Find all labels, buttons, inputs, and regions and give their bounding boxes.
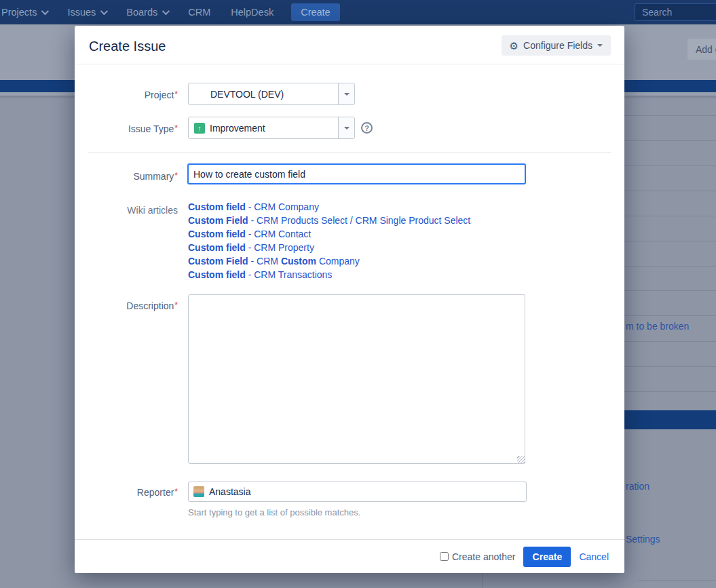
- row-divider: [638, 580, 716, 581]
- wiki-article-text: - CRM Transactions: [246, 269, 333, 280]
- nav-item-label: CRM: [188, 7, 210, 18]
- nav-item-issues[interactable]: Issues: [67, 7, 106, 18]
- chevron-down-icon: [344, 127, 350, 130]
- nav-items: ProjectsIssuesBoardsCRMHelpDesk: [0, 7, 274, 18]
- chevron-down-icon: [100, 7, 108, 15]
- wiki-article-bold-text: Custom Field: [188, 256, 248, 267]
- wiki-article-text: - CRM Contact: [246, 229, 311, 239]
- reporter-avatar: [193, 486, 204, 497]
- summary-input[interactable]: [187, 163, 526, 184]
- textarea-resize-grip[interactable]: [517, 456, 525, 463]
- wiki-article-bold-text: Custom field: [188, 269, 246, 280]
- nav-item-boards[interactable]: Boards: [126, 7, 168, 18]
- create-another-option[interactable]: Create another: [440, 551, 515, 562]
- create-another-checkbox[interactable]: [440, 552, 449, 561]
- wiki-article-link[interactable]: Custom field - CRM Contact: [188, 227, 527, 241]
- wiki-article-bold-text: Custom field: [188, 229, 246, 239]
- wiki-article-link[interactable]: Custom Field - CRM Products Select / CRM…: [188, 214, 527, 227]
- required-asterisk: *: [174, 487, 178, 496]
- section-divider: [88, 152, 611, 153]
- wiki-articles-list: Custom field - CRM CompanyCustom Field -…: [188, 200, 527, 281]
- issue-type-select-value: Improvement: [210, 123, 265, 134]
- page: Add g m to be broken ration Settings Pro…: [0, 0, 716, 588]
- chevron-down-icon: [597, 44, 603, 47]
- create-button[interactable]: Create: [523, 547, 571, 567]
- required-asterisk: *: [174, 90, 178, 99]
- wiki-article-text: - CRM: [248, 256, 281, 267]
- summary-label-text: Summary: [133, 171, 174, 182]
- wiki-article-link[interactable]: Custom field - CRM Company: [188, 200, 527, 214]
- issue-type-select-dropdown-button[interactable]: [338, 117, 354, 138]
- improvement-arrow-up-icon: ↑: [194, 123, 205, 134]
- reporter-label-text: Reporter: [137, 487, 174, 498]
- background-ration-link[interactable]: ration: [626, 481, 649, 492]
- wiki-article-text: - CRM Company: [246, 201, 319, 212]
- project-label: Project*: [75, 90, 178, 100]
- wiki-article-bold-text: Custom field: [188, 242, 246, 253]
- description-label-text: Description: [126, 300, 174, 311]
- dialog-header: Create Issue ⚙ Configure Fields: [75, 26, 624, 64]
- dialog-title: Create Issue: [89, 39, 166, 54]
- chevron-down-icon: [162, 7, 170, 15]
- help-icon[interactable]: ?: [361, 122, 373, 134]
- description-textarea[interactable]: [188, 294, 525, 464]
- top-navbar: ProjectsIssuesBoardsCRMHelpDesk Create: [0, 0, 716, 24]
- required-asterisk: *: [174, 123, 178, 133]
- nav-item-label: Boards: [126, 7, 157, 18]
- nav-item-projects[interactable]: Projects: [1, 7, 47, 18]
- project-select-value: DEVTOOL (DEV): [210, 89, 284, 100]
- configure-fields-button[interactable]: ⚙ Configure Fields: [502, 35, 611, 56]
- wiki-article-text: - CRM Property: [246, 242, 314, 253]
- search-input[interactable]: [635, 3, 716, 21]
- reporter-label: Reporter*: [75, 487, 178, 498]
- issue-type-label: Issue Type*: [75, 123, 178, 134]
- issue-type-select[interactable]: ↑ Improvement: [188, 117, 355, 139]
- add-gadget-button[interactable]: Add g: [687, 39, 716, 60]
- nav-item-helpdesk[interactable]: HelpDesk: [231, 7, 274, 18]
- project-label-text: Project: [145, 90, 174, 100]
- column-divider: [482, 573, 483, 588]
- wiki-article-link[interactable]: Custom field - CRM Property: [188, 241, 527, 254]
- cancel-link[interactable]: Cancel: [579, 551, 609, 562]
- nav-item-label: Projects: [1, 7, 37, 18]
- wiki-article-bold-text: Custom field: [188, 201, 246, 212]
- project-select-dropdown-button[interactable]: [338, 83, 354, 104]
- nav-create-button[interactable]: Create: [291, 3, 340, 21]
- wiki-article-bold-text: Custom Field: [188, 215, 248, 226]
- nav-item-label: HelpDesk: [231, 7, 274, 18]
- wiki-article-bold-text: Custom: [281, 256, 316, 267]
- create-another-label: Create another: [452, 551, 515, 562]
- reporter-input[interactable]: Anastasia: [188, 482, 527, 502]
- project-select[interactable]: DEVTOOL (DEV): [188, 83, 355, 105]
- wiki-article-text: Company: [316, 256, 360, 267]
- nav-item-label: Issues: [67, 7, 96, 18]
- description-label: Description*: [75, 300, 178, 311]
- background-issue-link[interactable]: m to be broken: [626, 321, 689, 332]
- background-settings-link[interactable]: Settings: [626, 534, 660, 545]
- reporter-hint: Start typing to get a list of possible m…: [188, 507, 360, 517]
- reporter-value: Anastasia: [209, 486, 250, 497]
- create-issue-dialog: Create Issue ⚙ Configure Fields Project*…: [75, 26, 624, 573]
- nav-item-crm[interactable]: CRM: [188, 7, 210, 18]
- required-asterisk: *: [174, 300, 178, 310]
- project-avatar-icon: [194, 88, 206, 100]
- wiki-articles-label: Wiki articles: [75, 205, 178, 216]
- chevron-down-icon: [344, 93, 350, 96]
- summary-label: Summary*: [75, 171, 178, 182]
- dialog-footer: Create another Create Cancel: [75, 539, 624, 573]
- issue-type-label-text: Issue Type: [128, 123, 174, 134]
- required-asterisk: *: [174, 171, 178, 180]
- configure-fields-label: Configure Fields: [523, 40, 592, 51]
- chevron-down-icon: [41, 7, 49, 15]
- wiki-article-link[interactable]: Custom field - CRM Transactions: [188, 268, 527, 281]
- wiki-article-text: - CRM Products Select / CRM Single Produ…: [248, 215, 471, 226]
- wiki-article-link[interactable]: Custom Field - CRM Custom Company: [188, 254, 527, 268]
- gear-icon: ⚙: [510, 41, 519, 51]
